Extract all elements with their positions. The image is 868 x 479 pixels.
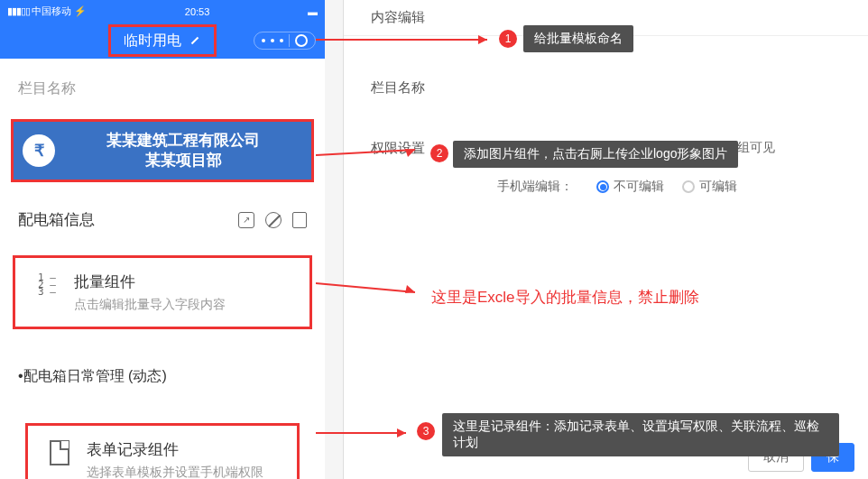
- trash-icon[interactable]: [292, 212, 307, 228]
- list-icon: 1 —2 —3 —: [38, 274, 56, 296]
- batch-sub: 点击编辑批量导入字段内容: [74, 297, 291, 313]
- doc-icon: [50, 440, 69, 465]
- column-label: 栏目名称: [18, 79, 307, 98]
- company-banner[interactable]: ₹ 某某建筑工程有限公司 某某项目部: [11, 119, 314, 182]
- form-record-component[interactable]: 表单记录组件 选择表单模板并设置手机端权限: [25, 423, 300, 479]
- forbid-icon[interactable]: [265, 212, 282, 228]
- batch-component[interactable]: 1 —2 —3 — 批量组件 点击编辑批量导入字段内容: [13, 255, 312, 329]
- app-title: 临时用电: [124, 32, 181, 51]
- circle-icon: [295, 34, 308, 47]
- callout-num-3: 3: [417, 422, 435, 440]
- expand-icon[interactable]: ↗: [238, 212, 254, 228]
- box-info-title: 配电箱信息: [18, 209, 238, 230]
- form-sub: 选择表单模板并设置手机端权限: [87, 465, 279, 479]
- box-info-section: 配电箱信息 ↗: [0, 196, 325, 244]
- colname-field-label: 栏目名称: [371, 79, 497, 97]
- status-time: 20:53: [87, 6, 308, 17]
- callout-3: 这里是Excle导入的批量信息，禁止删除: [431, 287, 699, 308]
- callout-num-1: 1: [499, 30, 517, 48]
- callout-2: 添加图片组件，点击右厕上传企业logo形象图片: [453, 141, 738, 168]
- callout-1: 给批量模板命名: [523, 25, 633, 52]
- app-title-wrap[interactable]: 临时用电: [108, 24, 217, 57]
- form-title: 表单记录组件: [87, 439, 279, 460]
- editor-panel: 内容编辑 栏目名称 权限设置 手机端显示： 所有人可见 用户组可见 手机端编辑：…: [343, 0, 868, 479]
- dynamic-label: •配电箱日常管理 (动态): [0, 354, 325, 400]
- carrier: ▮▮▮▯▯ 中国移动 ⚡: [7, 5, 87, 18]
- company-text: 某某建筑工程有限公司 某某项目部: [64, 131, 302, 170]
- header-controls[interactable]: [254, 32, 316, 50]
- edit-label: 手机端编辑：: [497, 179, 578, 195]
- radio-editable[interactable]: 可编辑: [682, 179, 737, 195]
- column-name-section: 栏目名称: [0, 66, 325, 112]
- phone-preview: ▮▮▮▯▯ 中国移动 ⚡ 20:53 ▬ 临时用电 栏目名称 ₹ 某某建筑工程有…: [0, 0, 343, 479]
- callout-num-2: 2: [430, 144, 448, 162]
- company-logo: ₹: [23, 134, 55, 167]
- app-header: 临时用电: [0, 23, 325, 59]
- pencil-icon: [189, 34, 201, 47]
- radio-no-edit[interactable]: 不可编辑: [596, 179, 664, 195]
- callout-4: 这里是记录组件：添加记录表单、设置填写权限、关联流程、巡检计划: [442, 413, 839, 456]
- battery-icon: ▬: [308, 6, 318, 17]
- status-bar: ▮▮▮▯▯ 中国移动 ⚡ 20:53 ▬: [0, 0, 325, 23]
- batch-title: 批量组件: [74, 272, 291, 292]
